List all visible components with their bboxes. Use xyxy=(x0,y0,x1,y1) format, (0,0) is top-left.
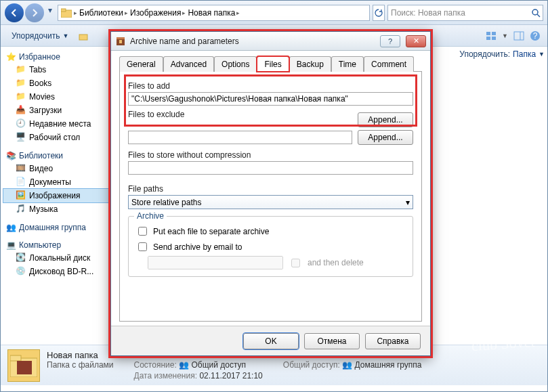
large-folder-icon xyxy=(7,349,40,382)
dialog-footer: OK Отмена Справка xyxy=(111,326,430,355)
address-bar[interactable]: ▸ Библиотеки▸ Изображения▸ Новая папка▸ xyxy=(58,5,370,21)
computer-icon: 💻 xyxy=(6,240,16,250)
folder-icon: 📁 xyxy=(16,64,26,75)
sidebar-item[interactable]: 📁Movies xyxy=(3,90,112,104)
sidebar-item-images[interactable]: 🖼️Изображения xyxy=(3,189,112,202)
groupbox-title: Archive xyxy=(134,211,167,221)
preview-pane-icon[interactable] xyxy=(513,30,524,41)
downloads-icon: 📥 xyxy=(16,105,26,116)
append-exclude-button[interactable]: Append... xyxy=(358,130,413,145)
tab-comment[interactable]: Comment xyxy=(364,56,414,72)
sidebar-item[interactable]: 📁Tabs xyxy=(3,63,112,77)
sidebar-item[interactable]: 📥Загрузки xyxy=(3,104,112,117)
file-paths-select[interactable]: Store relative paths ▾ xyxy=(128,195,413,209)
svg-rect-9 xyxy=(514,32,524,40)
svg-line-3 xyxy=(537,14,540,17)
sidebar-group-libraries[interactable]: 📚Библиотеки xyxy=(3,150,112,162)
ok-button[interactable]: OK xyxy=(243,333,299,349)
svg-text:?: ? xyxy=(533,31,538,41)
close-button[interactable]: ✕ xyxy=(406,35,426,47)
nav-back-button[interactable] xyxy=(5,3,24,22)
nav-forward-button[interactable] xyxy=(25,3,44,22)
document-icon: 📄 xyxy=(16,177,26,188)
homegroup-icon: 👥 xyxy=(342,360,352,370)
sidebar-item[interactable]: 📄Документы xyxy=(3,175,112,189)
sidebar-item[interactable]: 💿Дисковод BD-R... xyxy=(3,265,112,278)
svg-rect-14 xyxy=(10,355,21,361)
cancel-button[interactable]: Отмена xyxy=(304,333,360,349)
tab-pane-files: Files to add Files to exclude Append... … xyxy=(119,71,422,322)
chk-email[interactable]: Send archive by email to xyxy=(135,240,406,253)
sidebar-item[interactable]: 🎵Музыка xyxy=(3,202,112,216)
sidebar: ⭐Избранное 📁Tabs 📁Books 📁Movies 📥Загрузк… xyxy=(1,47,116,345)
libraries-icon: 📚 xyxy=(6,151,16,160)
tab-strip: General Advanced Options Files Backup Ti… xyxy=(119,56,422,72)
help-button[interactable]: Справка xyxy=(365,333,421,349)
refresh-button[interactable] xyxy=(373,5,385,21)
files-add-label: Files to add xyxy=(128,81,413,91)
tab-backup[interactable]: Backup xyxy=(289,56,331,72)
sidebar-group-favorites[interactable]: ⭐Избранное xyxy=(3,51,112,63)
svg-rect-1 xyxy=(61,9,66,12)
dialog-titlebar[interactable]: Archive name and parameters ? ✕ xyxy=(111,32,430,51)
help-button[interactable]: ? xyxy=(380,35,400,47)
sort-control[interactable]: Упорядочить: Папка ▼ xyxy=(459,49,545,59)
share-icon: 👥 xyxy=(179,360,189,370)
svg-rect-4 xyxy=(79,35,87,40)
email-input[interactable] xyxy=(148,256,283,269)
files-nocmp-label: Files to store without compression xyxy=(128,150,413,160)
chk-separate[interactable]: Put each file to separate archive xyxy=(135,225,406,238)
chk-separate-box[interactable] xyxy=(138,227,147,236)
breadcrumb-segment[interactable]: Изображения▸ xyxy=(130,8,186,18)
folder-icon: 📁 xyxy=(16,91,26,102)
breadcrumb-segment[interactable]: Библиотеки▸ xyxy=(79,8,128,18)
file-paths-label: File paths xyxy=(128,184,413,194)
files-exclude-input[interactable] xyxy=(128,131,352,144)
svg-point-2 xyxy=(532,9,538,15)
help-icon[interactable]: ? xyxy=(530,30,541,41)
chk-then-delete[interactable] xyxy=(291,259,300,267)
search-icon xyxy=(531,8,541,18)
organize-menu[interactable]: Упорядочить ▼ xyxy=(7,30,72,42)
image-icon: 🖼️ xyxy=(16,190,26,201)
svg-rect-7 xyxy=(486,37,490,40)
sidebar-item[interactable]: 🖥️Рабочий стол xyxy=(3,131,112,144)
nav-history-dropdown[interactable]: ▾ xyxy=(45,3,55,17)
svg-rect-8 xyxy=(492,37,496,40)
sidebar-item[interactable]: 💽Локальный диск xyxy=(3,251,112,265)
tab-time[interactable]: Time xyxy=(331,56,364,72)
explorer-nav-bar: ▾ ▸ Библиотеки▸ Изображения▸ Новая папка… xyxy=(1,1,547,25)
desktop-icon: 🖥️ xyxy=(16,132,26,143)
sidebar-group-homegroup[interactable]: 👥Домашняя группа xyxy=(3,221,112,234)
sidebar-item[interactable]: 🎞️Видео xyxy=(3,162,112,175)
tab-options[interactable]: Options xyxy=(214,56,257,72)
folder-icon xyxy=(61,8,72,18)
chk-email-box[interactable] xyxy=(138,242,147,251)
append-add-button[interactable]: Append... xyxy=(358,112,413,127)
tab-files[interactable]: Files xyxy=(257,56,289,72)
dialog-body: General Advanced Options Files Backup Ti… xyxy=(111,51,430,326)
toolbar-icon[interactable] xyxy=(78,30,89,41)
view-options-icon[interactable] xyxy=(486,30,497,41)
svg-rect-15 xyxy=(17,361,32,374)
archive-dialog: Archive name and parameters ? ✕ General … xyxy=(110,31,431,356)
dialog-title: Archive name and parameters xyxy=(130,37,375,46)
search-placeholder: Поиск: Новая папка xyxy=(391,8,465,18)
winrar-icon xyxy=(115,36,126,47)
disc-icon: 💿 xyxy=(16,266,26,277)
sidebar-group-computer[interactable]: 💻Компьютер xyxy=(3,239,112,251)
tab-advanced[interactable]: Advanced xyxy=(163,56,214,72)
chevron-down-icon: ▾ xyxy=(406,198,410,207)
breadcrumb-segment[interactable]: Новая папка▸ xyxy=(188,8,240,18)
svg-rect-18 xyxy=(119,40,122,43)
sidebar-item[interactable]: 🕘Недавние места xyxy=(3,117,112,131)
search-box[interactable]: Поиск: Новая папка xyxy=(387,5,543,21)
sidebar-item[interactable]: 📁Books xyxy=(3,77,112,90)
svg-rect-6 xyxy=(492,32,496,35)
then-delete-label: and then delete xyxy=(308,258,364,267)
nav-arrows: ▾ xyxy=(5,3,55,22)
tab-general[interactable]: General xyxy=(119,56,163,72)
files-nocmp-input[interactable] xyxy=(128,161,413,175)
archive-groupbox: Archive Put each file to separate archiv… xyxy=(128,216,413,277)
files-add-input[interactable] xyxy=(128,92,413,106)
